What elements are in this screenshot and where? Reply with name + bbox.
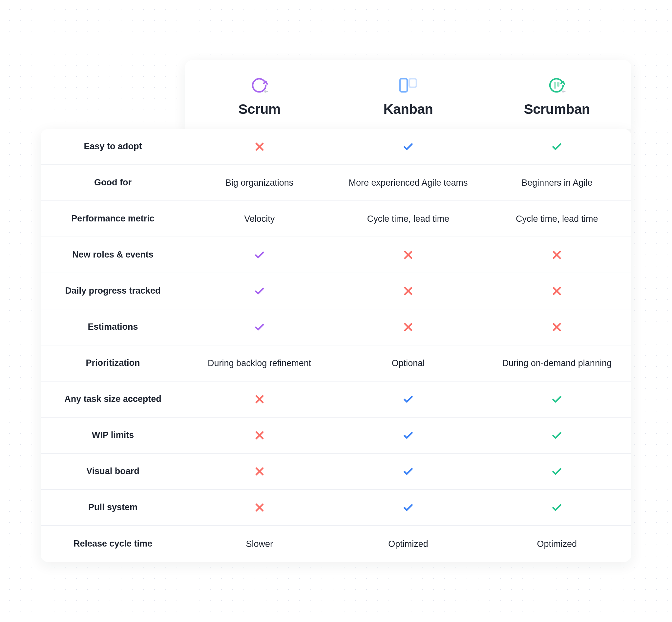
table-row: Pull system [41,490,631,526]
column-title: Scrumban [524,101,590,117]
cell: Optimized [483,538,631,550]
row-label: Performance metric [41,213,185,224]
table-row: WIP limits [41,418,631,454]
cell: More experienced Agile teams [334,177,482,188]
cell [334,466,482,477]
cell [334,394,482,405]
cell [483,394,631,405]
column-title: Scrum [239,101,280,117]
row-label: Estimations [41,321,185,333]
cell [185,141,334,152]
cell [185,394,334,405]
column-header-scrum: Scrum [185,76,334,117]
cell [483,249,631,261]
kanban-icon [398,76,418,94]
cell: Beginners in Agile [483,177,631,188]
cell: During backlog refinement [185,357,334,369]
cell [185,321,334,333]
check-icon [254,285,265,297]
x-icon [254,141,265,152]
cell: Optimized [334,538,482,550]
check-icon [403,141,414,152]
check-icon [254,249,265,261]
x-icon [403,249,414,261]
table-row: New roles & events [41,237,631,273]
column-header-scrumban: Scrumban [483,76,631,117]
table-row: Release cycle timeSlowerOptimizedOptimiz… [41,526,631,562]
table-row: Visual board [41,454,631,490]
cell: Cycle time, lead time [334,213,482,225]
x-icon [403,321,414,333]
row-label: Release cycle time [41,538,185,550]
row-label: Any task size accepted [41,393,185,405]
columns-header: Scrum Kanban Scr [185,60,631,129]
x-icon [254,466,265,477]
check-icon [551,466,562,477]
table-row: PrioritizationDuring backlog refinementO… [41,345,631,382]
row-label: Pull system [41,502,185,513]
cell [483,141,631,152]
cell: Velocity [185,213,334,225]
cell [185,466,334,477]
cell: Big organizations [185,177,334,188]
cell [334,502,482,513]
svg-rect-4 [557,82,560,87]
cell [483,285,631,297]
column-header-kanban: Kanban [334,76,482,117]
x-icon [551,249,562,261]
row-label: New roles & events [41,249,185,261]
check-icon [551,141,562,152]
x-icon [551,285,562,297]
scrumban-icon [547,76,566,94]
table-row: Easy to adopt [41,129,631,165]
check-icon [254,321,265,333]
cell [334,285,482,297]
x-icon [254,430,265,441]
column-title: Kanban [383,101,433,117]
cell [334,321,482,333]
check-icon [551,394,562,405]
table-row: Performance metricVelocityCycle time, le… [41,201,631,237]
cell [185,249,334,261]
cell [483,502,631,513]
row-label: Good for [41,177,185,188]
row-label: Prioritization [41,357,185,369]
cell [483,321,631,333]
table-row: Any task size accepted [41,382,631,418]
cell [334,249,482,261]
cell: Cycle time, lead time [483,213,631,225]
table-row: Estimations [41,309,631,345]
row-label: Daily progress tracked [41,285,185,297]
x-icon [403,285,414,297]
x-icon [254,394,265,405]
cell [185,502,334,513]
cell [483,466,631,477]
row-label: Easy to adopt [41,141,185,152]
check-icon [403,430,414,441]
cell: Optional [334,357,482,369]
svg-rect-2 [409,79,416,87]
svg-rect-1 [400,79,407,92]
check-icon [403,502,414,513]
cell: During on-demand planning [483,357,631,369]
check-icon [403,466,414,477]
row-label: Visual board [41,465,185,477]
check-icon [551,430,562,441]
scrum-icon [251,76,268,94]
check-icon [551,502,562,513]
comparison-frame: Scrum Kanban Scr [28,60,644,562]
cell [185,430,334,441]
svg-rect-3 [554,82,556,89]
x-icon [254,502,265,513]
x-icon [551,321,562,333]
cell [334,430,482,441]
cell: Slower [185,538,334,550]
cell [483,430,631,441]
row-label: WIP limits [41,429,185,441]
comparison-table: Easy to adoptGood forBig organizationsMo… [41,129,631,562]
cell [334,141,482,152]
check-icon [403,394,414,405]
table-row: Daily progress tracked [41,273,631,309]
table-row: Good forBig organizationsMore experience… [41,165,631,201]
cell [185,285,334,297]
